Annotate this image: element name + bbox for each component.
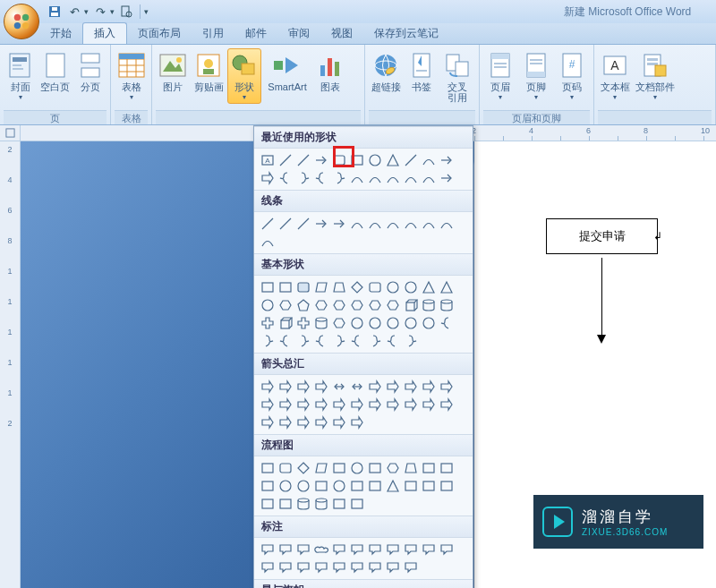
shape-item[interactable] (295, 279, 311, 295)
shape-item[interactable] (403, 478, 419, 494)
shape-item[interactable] (313, 152, 329, 168)
save-icon[interactable] (47, 4, 63, 20)
shape-item[interactable] (439, 478, 455, 494)
shape-item[interactable] (260, 478, 276, 494)
shape-item[interactable] (313, 315, 329, 331)
shape-item[interactable] (385, 460, 401, 476)
shape-item[interactable] (367, 379, 383, 395)
shape-item[interactable] (367, 170, 383, 186)
shape-item[interactable] (313, 297, 329, 313)
shape-item[interactable] (403, 315, 419, 331)
shape-item[interactable] (349, 559, 365, 575)
shape-item[interactable] (313, 541, 329, 558)
shape-item[interactable] (277, 460, 294, 476)
shape-item[interactable] (277, 333, 294, 349)
flowchart-process-shape[interactable]: 提交申请 ↲ (546, 218, 658, 254)
cover-page-button[interactable]: 封面▾ (4, 48, 37, 104)
pagenum-button[interactable]: #页码▾ (555, 48, 589, 104)
shape-item[interactable] (385, 478, 401, 494)
shape-item[interactable] (439, 460, 455, 476)
shape-item[interactable] (421, 541, 437, 558)
redo-dd-icon[interactable]: ▾ (110, 7, 115, 16)
shape-item[interactable] (367, 216, 383, 232)
shape-item[interactable] (403, 333, 419, 349)
shape-item[interactable] (403, 216, 419, 232)
shape-item[interactable] (313, 216, 329, 232)
shape-item[interactable] (260, 234, 276, 250)
crossref-button[interactable]: 交叉 引用 (440, 48, 474, 106)
arrow-connector[interactable] (601, 258, 602, 338)
shape-item[interactable] (349, 279, 365, 295)
shape-item[interactable] (385, 279, 401, 295)
shape-item[interactable] (331, 478, 347, 494)
shape-item[interactable] (260, 333, 276, 349)
shape-item[interactable] (295, 152, 311, 168)
shape-item[interactable] (349, 170, 365, 186)
shape-item[interactable] (349, 496, 365, 512)
shape-item[interactable] (403, 460, 419, 476)
shape-item[interactable] (277, 170, 294, 186)
shape-item[interactable] (277, 559, 294, 575)
shape-item[interactable] (295, 414, 311, 430)
shape-item[interactable] (421, 460, 437, 476)
shape-item[interactable] (260, 559, 276, 575)
shape-item[interactable] (313, 333, 329, 349)
shape-item[interactable] (313, 478, 329, 494)
shape-item[interactable] (313, 279, 329, 295)
shape-item[interactable] (439, 152, 455, 168)
shape-item[interactable] (367, 396, 383, 413)
shape-item[interactable] (421, 297, 437, 313)
shape-item[interactable] (331, 559, 347, 575)
tab-mailings[interactable]: 邮件 (234, 23, 277, 44)
shape-item[interactable] (439, 379, 455, 395)
shape-item[interactable] (421, 396, 437, 413)
shape-item[interactable] (349, 478, 365, 494)
shape-item[interactable] (331, 460, 347, 476)
shape-item[interactable] (349, 315, 365, 331)
clipart-button[interactable]: 剪贴画 (192, 48, 226, 95)
shape-item[interactable]: A (260, 152, 276, 168)
shape-item[interactable] (331, 396, 347, 413)
tab-insert[interactable]: 插入 (82, 22, 127, 44)
shape-item[interactable] (295, 379, 311, 395)
blank-page-button[interactable]: 空白页 (38, 48, 72, 95)
shape-item[interactable] (331, 279, 347, 295)
shape-item[interactable] (331, 170, 347, 186)
footer-button[interactable]: 页脚▾ (519, 48, 553, 104)
shape-item[interactable] (367, 541, 383, 558)
shape-item[interactable] (403, 559, 419, 575)
shape-item[interactable] (421, 170, 437, 186)
shape-item[interactable] (295, 559, 311, 575)
shape-item[interactable] (313, 396, 329, 413)
shape-item[interactable] (277, 541, 294, 558)
shape-item[interactable] (367, 333, 383, 349)
document-page[interactable]: 提交申请 ↲ 溜溜自学 ZIXUE.3D66.COM (474, 141, 716, 588)
shape-item[interactable] (349, 152, 365, 168)
shape-item[interactable] (277, 279, 294, 295)
shape-item[interactable] (385, 541, 401, 558)
docparts-button[interactable]: 文档部件▾ (634, 48, 677, 104)
shape-item[interactable] (421, 478, 437, 494)
redo-icon[interactable]: ↷ (92, 4, 108, 20)
shape-item[interactable] (385, 297, 401, 313)
qat-customize-dd-icon[interactable]: ▾ (144, 7, 149, 16)
shape-item[interactable] (277, 152, 294, 168)
shape-item[interactable] (295, 333, 311, 349)
shape-item[interactable] (295, 496, 311, 512)
shape-item[interactable] (295, 541, 311, 558)
shape-item[interactable] (367, 460, 383, 476)
shape-item[interactable] (260, 396, 276, 413)
shape-item[interactable] (421, 152, 437, 168)
shape-item[interactable] (313, 414, 329, 430)
tab-review[interactable]: 审阅 (277, 23, 320, 44)
shape-item[interactable] (260, 315, 276, 331)
shape-item[interactable] (385, 216, 401, 232)
shape-item[interactable] (295, 170, 311, 186)
header-button[interactable]: 页眉▾ (483, 48, 517, 104)
shape-item[interactable] (385, 333, 401, 349)
shape-item[interactable] (260, 541, 276, 558)
shape-item[interactable] (385, 559, 401, 575)
tab-references[interactable]: 引用 (192, 23, 234, 44)
tab-savecloud[interactable]: 保存到云笔记 (363, 23, 449, 44)
shape-item[interactable] (439, 315, 455, 331)
